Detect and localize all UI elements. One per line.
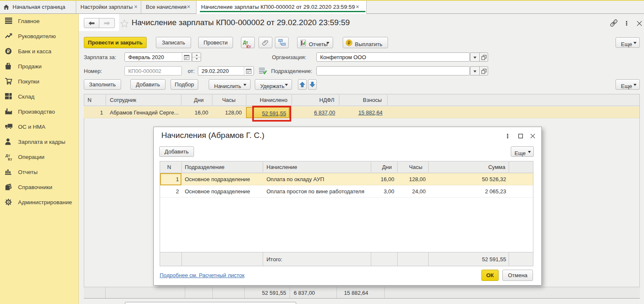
svg-text:₽: ₽ — [348, 40, 351, 45]
svg-text:₽: ₽ — [7, 49, 10, 54]
